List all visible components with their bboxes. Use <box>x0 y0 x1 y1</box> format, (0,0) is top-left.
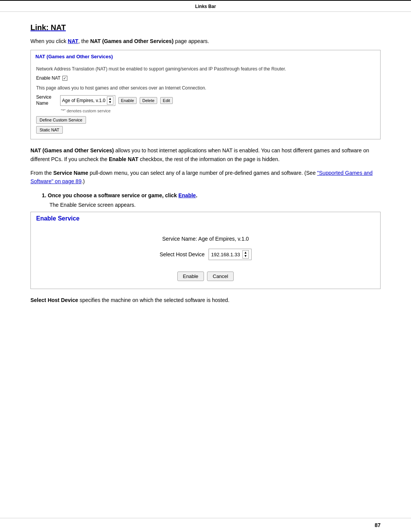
intro-text: When you click NAT, the NAT (Games and O… <box>30 37 381 45</box>
nat-box-header: NAT (Games and Other Services) <box>31 50 380 62</box>
enable-nat-row: Enable NAT <box>36 75 375 81</box>
enable-service-box: Enable Service Service Name: Age of Empi… <box>30 212 381 289</box>
delete-button-nat[interactable]: Delete <box>140 97 157 104</box>
body-p1-text2: checkbox, the rest of the information on… <box>139 156 280 162</box>
nat-desc2: This page allows you to host games and o… <box>36 85 375 91</box>
page-title: Link: NAT <box>30 23 381 32</box>
step-1-item: 1. Once you choose a software service or… <box>42 191 381 200</box>
service-name-display: Service Name: Age of Empires, v.1.0 <box>36 236 375 242</box>
intro-link[interactable]: NAT <box>68 38 78 44</box>
service-dropdown-value: Age of Empires, v.1.0 <box>62 98 105 103</box>
step-1-link[interactable]: Enable <box>178 192 196 198</box>
top-bar-label: Links Bar <box>195 4 216 9</box>
service-label: ServiceName <box>36 94 57 106</box>
intro-after: page appears. <box>174 38 209 44</box>
enable-cancel-row: Enable Cancel <box>36 272 375 281</box>
enable-button-nat[interactable]: Enable <box>118 97 137 104</box>
cancel-service-button[interactable]: Cancel <box>207 272 234 281</box>
enable-service-header-text: Enable Service <box>36 215 80 222</box>
page-container: Links Bar Link: NAT When you click NAT, … <box>0 0 411 532</box>
select-host-row: Select Host Device 192.168.1.33 ▲ ▼ <box>36 249 375 260</box>
body-p2-text2: pull-down menu, you can select any of a … <box>88 170 317 176</box>
step-1-subtext: The Enable Service screen appears. <box>49 202 381 208</box>
intro-before: When you click <box>30 38 68 44</box>
host-dropdown-arrow-icon[interactable]: ▲ ▼ <box>242 250 249 259</box>
body-para-2: From the Service Name pull-down menu, yo… <box>30 169 381 186</box>
step-1-bold: Once you choose a software service or ga… <box>48 192 178 198</box>
enable-service-button[interactable]: Enable <box>177 272 204 281</box>
define-custom-service-button[interactable]: Define Custom Service <box>36 116 86 124</box>
nat-box-header-text: NAT (Games and Other Services) <box>35 54 113 59</box>
body-p2-bold1: Service Name <box>53 170 88 176</box>
bottom-bold: Select Host Device <box>30 297 78 303</box>
body-p2-text3: .) <box>81 178 85 184</box>
nat-screenshot-box: NAT (Games and Other Services) Network A… <box>30 50 381 139</box>
page-title-bold: NAT <box>51 23 66 32</box>
footer: 87 <box>0 518 411 532</box>
denotes-text: "*" denotes custom service <box>61 109 375 113</box>
nat-desc1: Network Address Translation (NAT) must b… <box>36 66 375 72</box>
step-1-end: . <box>196 192 198 198</box>
body-p2-text1: From the <box>30 170 53 176</box>
static-nat-row: Static NAT <box>36 126 375 134</box>
define-custom-row: Define Custom Service <box>36 116 375 124</box>
bottom-text: specifies the machine on which the selec… <box>78 297 229 303</box>
enable-service-body: Service Name: Age of Empires, v.1.0 Sele… <box>31 224 380 289</box>
dropdown-arrow-icon[interactable]: ▲ ▼ <box>107 96 113 105</box>
step-1-number: 1. <box>42 192 46 198</box>
edit-button-nat[interactable]: Edit <box>160 97 173 104</box>
select-host-label: Select Host Device <box>159 251 204 257</box>
static-nat-button[interactable]: Static NAT <box>36 126 63 134</box>
page-number: 87 <box>374 522 381 528</box>
body-para-1: NAT (Games and Other Services) allows yo… <box>30 146 381 163</box>
body-p1-bold1: NAT (Games and Other Services) <box>30 147 114 153</box>
intro-bold: NAT (Games and Other Services) <box>90 38 174 44</box>
host-device-value: 192.168.1.33 <box>211 252 240 257</box>
bottom-para: Select Host Device specifies the machine… <box>30 296 381 304</box>
body-p1-bold2: Enable NAT <box>109 156 139 162</box>
nat-box-body: Network Address Translation (NAT) must b… <box>31 62 380 139</box>
enable-nat-label: Enable NAT <box>36 75 61 81</box>
page-title-italic: Link: <box>30 23 51 32</box>
service-dropdown[interactable]: Age of Empires, v.1.0 ▲ ▼ <box>60 95 115 106</box>
service-name-row: ServiceName Age of Empires, v.1.0 ▲ ▼ En… <box>36 94 375 106</box>
main-content: Link: NAT When you click NAT, the NAT (G… <box>0 12 411 518</box>
numbered-list: 1. Once you choose a software service or… <box>38 191 381 208</box>
enable-nat-checkbox[interactable] <box>62 76 67 81</box>
top-bar: Links Bar <box>0 0 411 12</box>
enable-service-header: Enable Service <box>31 212 380 224</box>
host-device-dropdown[interactable]: 192.168.1.33 ▲ ▼ <box>209 249 252 260</box>
